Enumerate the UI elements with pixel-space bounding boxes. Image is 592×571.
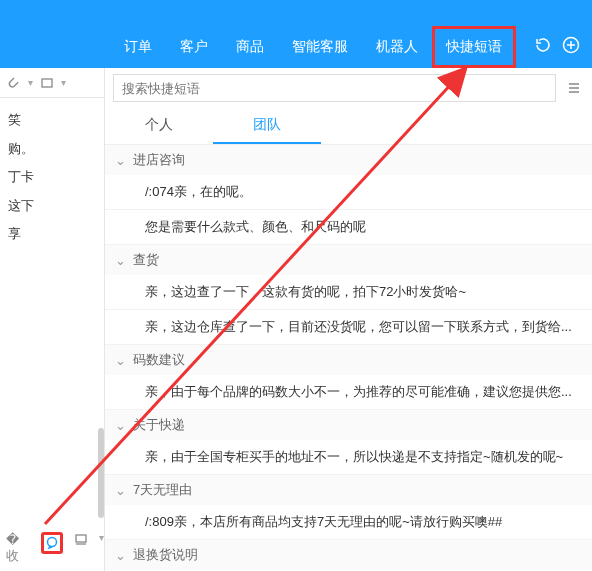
group-header[interactable]: ⌄7天无理由 xyxy=(105,475,592,505)
attachment-icon[interactable] xyxy=(6,75,22,91)
group-header[interactable]: ⌄进店咨询 xyxy=(105,145,592,175)
nav-tab-3[interactable]: 智能客服 xyxy=(278,26,362,68)
nav-tab-5[interactable]: 快捷短语 xyxy=(432,26,516,68)
group-name: 查货 xyxy=(133,251,159,269)
dropdown-caret-icon[interactable]: ▾ xyxy=(99,532,104,565)
add-icon[interactable] xyxy=(562,36,580,54)
group-name: 7天无理由 xyxy=(133,481,192,499)
svg-point-2 xyxy=(48,538,57,547)
nav-tab-0[interactable]: 订单 xyxy=(110,26,166,68)
phrase-item[interactable]: 亲，这边仓库查了一下，目前还没货呢，您可以留一下联系方式，到货给... xyxy=(105,310,592,345)
left-text-fragment: 这下 xyxy=(8,192,96,221)
window-icon[interactable] xyxy=(39,75,55,91)
chevron-down-icon: ⌄ xyxy=(115,153,129,168)
tab-team[interactable]: 团队 xyxy=(213,108,321,144)
group-header[interactable]: ⌄码数建议 xyxy=(105,345,592,375)
phrase-item[interactable]: 您是需要什么款式、颜色、和尺码的呢 xyxy=(105,210,592,245)
svg-rect-1 xyxy=(42,79,52,87)
dropdown-caret-icon[interactable]: ▾ xyxy=(28,77,33,88)
dropdown-caret-icon[interactable]: ▾ xyxy=(61,77,66,88)
tab-personal[interactable]: 个人 xyxy=(105,108,213,144)
group-name: 码数建议 xyxy=(133,351,185,369)
group-name: 退换货说明 xyxy=(133,546,198,564)
refresh-icon[interactable] xyxy=(534,36,552,54)
chevron-down-icon: ⌄ xyxy=(115,548,129,563)
phrase-item[interactable]: /:809亲，本店所有商品均支持7天无理由的呢~请放行购买噢## xyxy=(105,505,592,540)
group-header[interactable]: ⌄关于快递 xyxy=(105,410,592,440)
group-header[interactable]: ⌄查货 xyxy=(105,245,592,275)
chevron-down-icon: ⌄ xyxy=(115,253,129,268)
group-name: 进店咨询 xyxy=(133,151,185,169)
left-text-fragment: 笑 xyxy=(8,106,96,135)
chevron-down-icon: ⌄ xyxy=(115,483,129,498)
left-text-fragment: 丁卡 xyxy=(8,163,96,192)
phrase-item[interactable]: 亲，由于全国专柜买手的地址不一，所以快递是不支持指定~随机发的呢~ xyxy=(105,440,592,475)
nav-tab-4[interactable]: 机器人 xyxy=(362,26,432,68)
list-view-icon[interactable] xyxy=(564,78,584,98)
group-header[interactable]: ⌄退换货说明 xyxy=(105,540,592,570)
chevron-down-icon: ⌄ xyxy=(115,353,129,368)
group-name: 关于快递 xyxy=(133,416,185,434)
chevron-down-icon: ⌄ xyxy=(115,418,129,433)
settings-stack-icon[interactable] xyxy=(73,532,89,548)
collapse-icon[interactable]: �收 xyxy=(6,532,31,565)
search-input[interactable] xyxy=(113,74,556,102)
left-text-fragment: 购。 xyxy=(8,135,96,164)
left-scrollbar-thumb[interactable] xyxy=(98,428,104,518)
left-text-fragment: 享 xyxy=(8,220,96,249)
svg-rect-3 xyxy=(76,535,86,542)
nav-tab-2[interactable]: 商品 xyxy=(222,26,278,68)
chat-bubble-icon[interactable] xyxy=(41,532,63,554)
phrase-item[interactable]: 亲，由于每个品牌的码数大小不一，为推荐的尽可能准确，建议您提供您... xyxy=(105,375,592,410)
phrase-item[interactable]: 亲，这边查了一下，这款有货的呢，拍下72小时发货哈~ xyxy=(105,275,592,310)
phrase-item[interactable]: /:074亲，在的呢。 xyxy=(105,175,592,210)
nav-tab-1[interactable]: 客户 xyxy=(166,26,222,68)
